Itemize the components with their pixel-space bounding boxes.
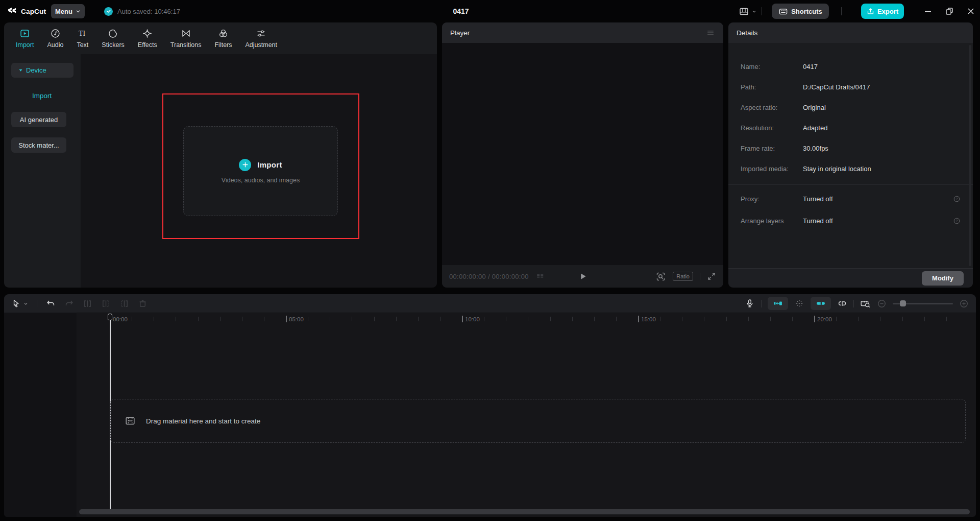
modify-button[interactable]: Modify — [922, 271, 964, 286]
help-icon[interactable]: ? — [953, 217, 961, 225]
maximize-button[interactable] — [943, 5, 955, 17]
playhead-handle[interactable] — [108, 314, 112, 320]
annotation-highlight-box: Import Videos, audios, and images — [162, 93, 359, 239]
select-tool-button[interactable] — [11, 299, 28, 309]
tab-adjustment[interactable]: Adjustment — [239, 22, 284, 54]
delete-icon[interactable] — [138, 299, 148, 309]
chevron-down-icon — [752, 9, 756, 14]
cursor-icon — [11, 299, 21, 309]
tab-transitions[interactable]: Transitions — [164, 22, 208, 54]
auto-snap-icon — [773, 298, 783, 309]
layout-switcher[interactable] — [739, 0, 756, 22]
import-button-label: Import — [257, 160, 282, 169]
zoom-out-icon[interactable] — [877, 299, 887, 309]
media-content-area: Import Videos, audios, and images — [81, 54, 437, 288]
player-timecode: 00:00:00:00 / 00:00:00:00 — [449, 273, 529, 280]
player-controls-bar: 00:00:00:00 / 00:00:00:00 Ratio — [442, 265, 723, 288]
detail-row-imported-media: Imported media: Stay in original locatio… — [741, 158, 961, 179]
sidebar-item-ai-generated[interactable]: AI generated — [11, 112, 66, 127]
autosave-text: Auto saved: 10:46:17 — [117, 8, 180, 15]
minimize-button[interactable] — [922, 5, 934, 17]
plus-icon — [239, 159, 251, 171]
ratio-button[interactable]: Ratio — [673, 272, 693, 281]
menu-button[interactable]: Menu — [51, 4, 85, 18]
auto-link-toggle[interactable] — [811, 297, 831, 310]
details-scrollbar[interactable] — [969, 45, 971, 266]
effects-tab-icon — [142, 28, 153, 39]
timeline-zoom-slider[interactable] — [893, 303, 953, 304]
close-button[interactable] — [965, 5, 977, 17]
svg-text:?: ? — [956, 219, 958, 223]
play-icon — [578, 272, 587, 281]
media-panel: Import Audio TI Text — [4, 22, 437, 288]
dropzone-text: Drag material here and start to create — [146, 417, 260, 425]
export-icon — [867, 8, 874, 15]
timeline-view-icon[interactable] — [860, 298, 871, 309]
help-icon[interactable]: ? — [953, 195, 961, 203]
main-track-magnet-icon[interactable] — [794, 298, 804, 309]
svg-text:?: ? — [956, 197, 958, 201]
fullscreen-icon[interactable] — [707, 272, 716, 281]
stickers-tab-icon — [108, 28, 118, 39]
zoom-in-icon[interactable] — [959, 299, 969, 309]
auto-snap-toggle[interactable] — [768, 297, 788, 310]
svg-text:TI: TI — [79, 30, 86, 37]
tab-text[interactable]: TI Text — [70, 22, 95, 54]
import-tab-icon — [19, 28, 30, 39]
timeline-scrollbar[interactable] — [79, 509, 970, 514]
tab-effects[interactable]: Effects — [131, 22, 164, 54]
record-voiceover-icon[interactable] — [745, 298, 755, 309]
undo-icon[interactable] — [46, 299, 56, 309]
player-bar-separator — [700, 273, 700, 280]
timeline-dropzone[interactable]: Drag material here and start to create — [110, 399, 966, 443]
export-button[interactable]: Export — [861, 4, 904, 19]
media-tabs: Import Audio TI Text — [9, 22, 284, 54]
details-footer: Modify — [728, 268, 973, 288]
media-sidebar: Device Import AI generated Stock mater..… — [4, 54, 81, 288]
brand-name: CapCut — [21, 8, 46, 15]
keyboard-icon — [778, 7, 788, 16]
details-divider — [728, 184, 973, 185]
link-icon — [816, 298, 826, 309]
delete-right-icon[interactable] — [119, 299, 129, 309]
slider-handle[interactable] — [900, 300, 906, 306]
tab-audio[interactable]: Audio — [40, 22, 70, 54]
detail-row-arrange-layers: Arrange layers Turned off ? — [741, 210, 961, 231]
tab-stickers[interactable]: Stickers — [95, 22, 131, 54]
track-header-column — [4, 313, 77, 517]
player-viewport[interactable] — [442, 43, 723, 265]
frame-list-icon[interactable] — [535, 271, 545, 281]
triangle-down-icon — [18, 68, 23, 73]
shortcuts-button-label: Shortcuts — [791, 8, 822, 15]
detail-row-resolution: Resolution: Adapted — [741, 117, 961, 138]
timeline-panel: 00:00 05:00 10:00 15:00 20:00 — [4, 294, 976, 517]
export-button-label: Export — [877, 8, 898, 15]
app-logo: CapCut — [7, 0, 46, 22]
preview-zoom-icon[interactable] — [655, 271, 666, 282]
player-menu-icon[interactable] — [706, 28, 715, 37]
delete-left-icon[interactable] — [101, 299, 111, 309]
toolbar-separator — [761, 300, 762, 307]
sidebar-item-import[interactable]: Import — [11, 88, 66, 103]
tab-import[interactable]: Import — [9, 22, 40, 54]
sidebar-group-device[interactable]: Device — [11, 63, 74, 78]
unlink-icon[interactable] — [837, 298, 847, 309]
redo-icon[interactable] — [64, 299, 74, 309]
split-icon[interactable] — [83, 299, 92, 309]
sidebar-item-stock-material[interactable]: Stock mater... — [11, 137, 66, 153]
details-panel: Details Name: 0417 Path: D:/CapCut Draft… — [728, 22, 973, 288]
player-panel: Player 00:00:00:00 / 00:00:00:00 Ratio — [442, 22, 723, 288]
play-button[interactable] — [578, 272, 587, 281]
timeline-toolbar — [4, 294, 976, 313]
capcut-window: CapCut Menu Auto saved: 10:46:17 0417 — [0, 0, 980, 521]
tab-filters[interactable]: Filters — [208, 22, 238, 54]
chevron-down-icon — [23, 301, 28, 306]
minimize-icon — [922, 5, 934, 17]
autosave-status: Auto saved: 10:46:17 — [104, 0, 180, 22]
restore-icon — [943, 5, 955, 17]
import-hint: Videos, audios, and images — [222, 177, 300, 184]
import-drop-area[interactable]: Import Videos, audios, and images — [183, 126, 338, 216]
details-title: Details — [737, 29, 757, 37]
shortcuts-button[interactable]: Shortcuts — [772, 4, 829, 19]
player-header: Player — [442, 22, 723, 43]
